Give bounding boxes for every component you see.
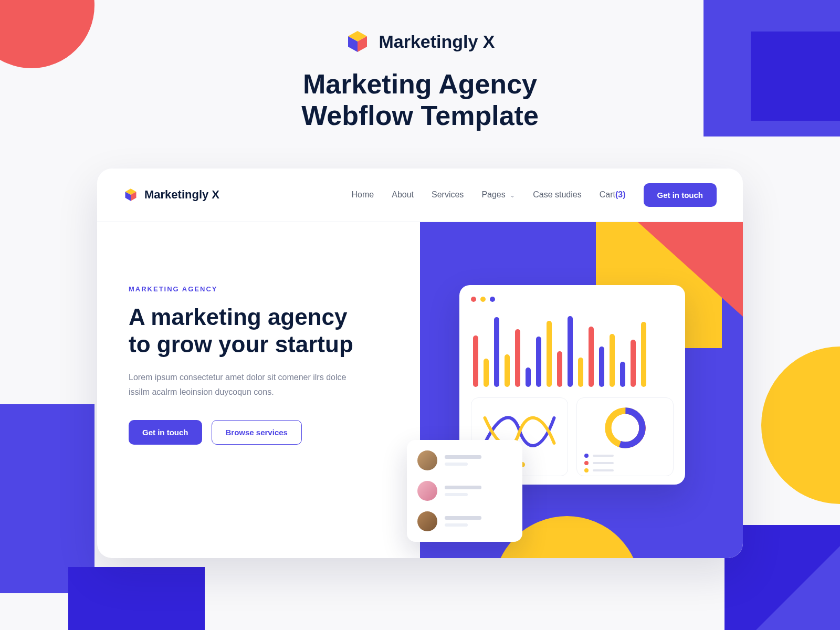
- legend-line: [593, 462, 614, 464]
- window-dot-yellow-icon: [480, 297, 486, 302]
- nav-logo[interactable]: Marketingly X: [123, 187, 219, 202]
- brand-lockup: Marketingly X: [345, 29, 495, 54]
- person-placeholder-lines: [445, 455, 481, 466]
- bg-square-blue-bottom-left: [68, 567, 205, 630]
- donut-legend: [584, 454, 666, 472]
- browse-services-button[interactable]: Browse services: [212, 420, 302, 445]
- bar: [505, 354, 510, 387]
- window-dots: [471, 297, 674, 302]
- bar: [631, 340, 636, 387]
- nav-home[interactable]: Home: [352, 190, 374, 200]
- headline-line2: Webflow Template: [301, 100, 539, 131]
- dashboard-mockup-card: [459, 285, 685, 485]
- bar: [610, 334, 615, 387]
- window-dot-red-icon: [471, 297, 476, 302]
- legend-dot-yellow-icon: [584, 468, 589, 472]
- hero-content: MARKETING AGENCY A marketing agency to g…: [97, 222, 420, 558]
- bar: [578, 358, 583, 387]
- legend-row-blue: [584, 454, 666, 458]
- bar: [641, 322, 646, 386]
- hero-eyebrow: MARKETING AGENCY: [129, 285, 420, 293]
- bar: [547, 321, 552, 387]
- brand-name: Marketingly X: [379, 32, 495, 52]
- cart-label: Cart: [600, 190, 615, 199]
- hero-title-line1: A marketing agency: [129, 304, 348, 330]
- person-placeholder-lines: [445, 486, 481, 496]
- person-placeholder-lines: [445, 516, 481, 527]
- legend-line: [593, 469, 614, 471]
- nav-pages[interactable]: Pages ⌄: [481, 190, 515, 200]
- nav-pages-label: Pages: [481, 190, 505, 199]
- hero-cta-row: Get in touch Browse services: [129, 420, 420, 445]
- person-row: [417, 481, 512, 501]
- bar: [515, 329, 520, 386]
- legend-dot-red-icon: [584, 461, 589, 465]
- bar: [589, 327, 594, 387]
- bar: [568, 316, 573, 386]
- legend-row-red: [584, 461, 666, 465]
- bar: [620, 362, 625, 387]
- cube-logo-icon: [123, 187, 138, 202]
- nav-case-studies[interactable]: Case studies: [533, 190, 582, 200]
- hero-body: Lorem ipsum consectetur amet dolor sit c…: [129, 370, 360, 398]
- hero-section: MARKETING AGENCY A marketing agency to g…: [97, 222, 743, 558]
- bar: [473, 335, 478, 387]
- people-list-card: [407, 440, 522, 542]
- page-headline: Marketing Agency Webflow Template: [301, 69, 539, 132]
- bar: [484, 359, 489, 386]
- bar: [557, 351, 562, 386]
- avatar-icon: [417, 481, 437, 501]
- bar: [599, 346, 604, 387]
- avatar-icon: [417, 450, 437, 470]
- nav-about[interactable]: About: [392, 190, 414, 200]
- cart-count: (3): [615, 190, 626, 199]
- legend-row-yellow: [584, 468, 666, 472]
- template-preview-card: Marketingly X Home About Services Pages …: [97, 169, 743, 558]
- legend-line: [593, 455, 614, 457]
- avatar-icon: [417, 511, 437, 531]
- person-row: [417, 511, 512, 531]
- donut-chart-icon: [603, 405, 648, 450]
- bar-chart: [471, 313, 674, 387]
- bar: [536, 337, 541, 386]
- bar: [526, 368, 531, 386]
- nav-get-in-touch-button[interactable]: Get in touch: [644, 183, 717, 207]
- site-nav: Marketingly X Home About Services Pages …: [97, 169, 743, 222]
- chevron-down-icon: ⌄: [510, 192, 515, 199]
- get-in-touch-button[interactable]: Get in touch: [129, 420, 202, 445]
- legend-dot-blue-icon: [584, 454, 589, 458]
- person-row: [417, 450, 512, 470]
- hero-title: A marketing agency to grow your startup: [129, 303, 420, 358]
- cube-logo-icon: [345, 29, 370, 54]
- hero-illustration: [420, 222, 743, 558]
- headline-line1: Marketing Agency: [303, 69, 537, 99]
- nav-services[interactable]: Services: [432, 190, 464, 200]
- window-dot-blue-icon: [490, 297, 495, 302]
- nav-links: Home About Services Pages ⌄ Case studies…: [352, 183, 717, 207]
- donut-chart-card: [576, 397, 674, 476]
- bar: [494, 317, 499, 387]
- nav-brand-text: Marketingly X: [144, 188, 219, 202]
- nav-cart[interactable]: Cart(3): [600, 190, 626, 200]
- hero-title-line2: to grow your startup: [129, 331, 353, 357]
